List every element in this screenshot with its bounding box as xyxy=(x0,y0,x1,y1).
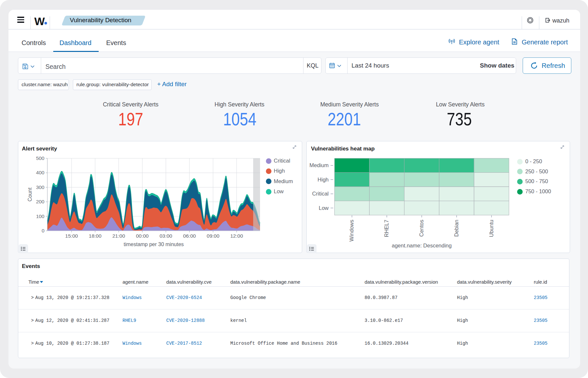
svg-text:12:00: 12:00 xyxy=(230,233,243,239)
svg-text:21:00: 21:00 xyxy=(112,233,125,239)
svg-text:Medium: Medium xyxy=(309,162,329,168)
svg-text:0: 0 xyxy=(41,228,44,233)
svg-text:09:00: 09:00 xyxy=(207,233,220,239)
svg-text:100: 100 xyxy=(36,213,44,219)
svg-text:18:00: 18:00 xyxy=(89,233,102,239)
svg-text:00:00: 00:00 xyxy=(136,233,149,239)
svg-text:Count: Count xyxy=(27,187,33,201)
svg-text:Centos: Centos xyxy=(418,220,424,237)
svg-text:500: 500 xyxy=(36,155,44,161)
svg-text:agent.name: Descending: agent.name: Descending xyxy=(392,243,451,248)
svg-text:03:00: 03:00 xyxy=(159,233,172,239)
svg-text:Critical: Critical xyxy=(312,191,329,197)
svg-text:200: 200 xyxy=(36,199,44,204)
svg-text:Low: Low xyxy=(319,205,329,211)
svg-text:400: 400 xyxy=(36,170,44,175)
svg-text:timestamp per 30 minutes: timestamp per 30 minutes xyxy=(123,242,184,247)
svg-text:High: High xyxy=(318,177,329,182)
svg-text:RHEL7: RHEL7 xyxy=(384,220,389,237)
svg-text:Ubuntu: Ubuntu xyxy=(488,220,494,237)
svg-text:Windows: Windows xyxy=(349,220,354,242)
svg-text:15:00: 15:00 xyxy=(65,233,78,239)
svg-text:06:00: 06:00 xyxy=(183,233,196,239)
svg-text:300: 300 xyxy=(36,184,44,190)
svg-text:Debian: Debian xyxy=(453,220,459,237)
